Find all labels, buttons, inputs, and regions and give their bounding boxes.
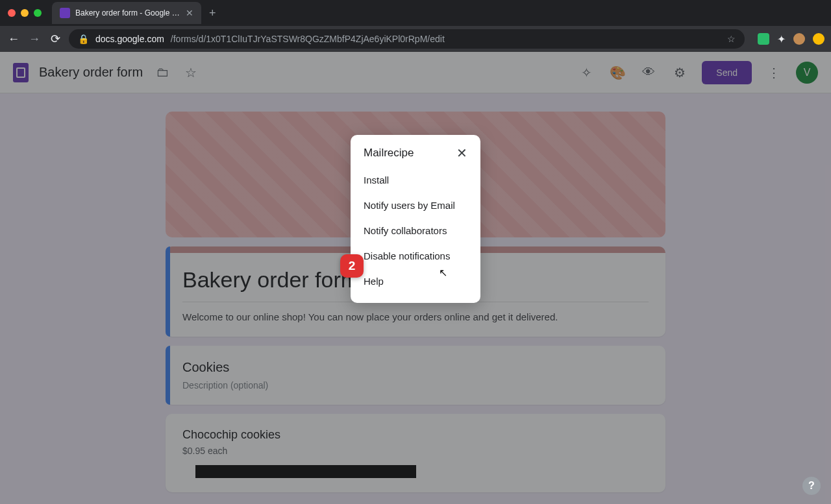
step-badge: 2 xyxy=(340,254,364,278)
window-controls xyxy=(8,9,42,17)
extensions-puzzle-icon[interactable]: ✦ xyxy=(777,33,786,45)
url-path: /forms/d/1x0T1ClIuTJrYaSTSWr8QGzZMbfP4Zj… xyxy=(171,34,445,44)
extension-icon[interactable] xyxy=(758,33,769,45)
address-bar[interactable]: 🔒 docs.google.com/forms/d/1x0T1ClIuTJrYa… xyxy=(69,29,745,49)
extensions-area: ✦ xyxy=(758,33,825,45)
browser-toolbar: ← → ⟳ 🔒 docs.google.com/forms/d/1x0T1ClI… xyxy=(0,26,831,52)
profile-ext-icon[interactable] xyxy=(793,33,805,45)
popup-item-disable-notifications[interactable]: Disable notifications xyxy=(351,243,480,269)
popup-title: Mailrecipe xyxy=(364,147,414,160)
popup-item-install[interactable]: Install xyxy=(351,167,480,193)
reload-button[interactable]: ⟳ xyxy=(48,32,62,46)
chrome-profile-icon[interactable] xyxy=(813,33,825,45)
forward-button[interactable]: → xyxy=(27,32,42,46)
popup-item-help[interactable]: Help xyxy=(351,269,480,294)
maximize-window-icon[interactable] xyxy=(34,9,42,17)
app-viewport: Bakery order form 🗀 ☆ ✧ 🎨 👁 ⚙ Send ⋮ V B… xyxy=(0,52,831,504)
url-host: docs.google.com xyxy=(95,34,164,44)
tab-title: Bakery order form - Google Fo xyxy=(75,8,180,18)
help-fab[interactable]: ? xyxy=(802,477,821,495)
new-tab-button[interactable]: + xyxy=(209,6,216,20)
popup-item-notify-users[interactable]: Notify users by Email xyxy=(351,193,480,218)
browser-tab-strip: Bakery order form - Google Fo ✕ + xyxy=(0,0,831,26)
tab-favicon-icon xyxy=(60,8,70,18)
close-window-icon[interactable] xyxy=(8,9,16,17)
lock-icon: 🔒 xyxy=(78,34,89,44)
popup-item-notify-collaborators[interactable]: Notify collaborators xyxy=(351,218,480,243)
minimize-window-icon[interactable] xyxy=(21,9,29,17)
close-icon[interactable]: ✕ xyxy=(456,145,467,161)
bookmark-star-icon[interactable]: ☆ xyxy=(727,34,736,44)
back-button[interactable]: ← xyxy=(6,32,21,46)
pointer-cursor-icon: ↖ xyxy=(439,267,447,279)
tab-close-icon[interactable]: ✕ xyxy=(186,8,193,18)
browser-tab[interactable]: Bakery order form - Google Fo ✕ xyxy=(52,2,201,24)
addon-popup: Mailrecipe ✕ Install Notify users by Ema… xyxy=(351,135,480,303)
